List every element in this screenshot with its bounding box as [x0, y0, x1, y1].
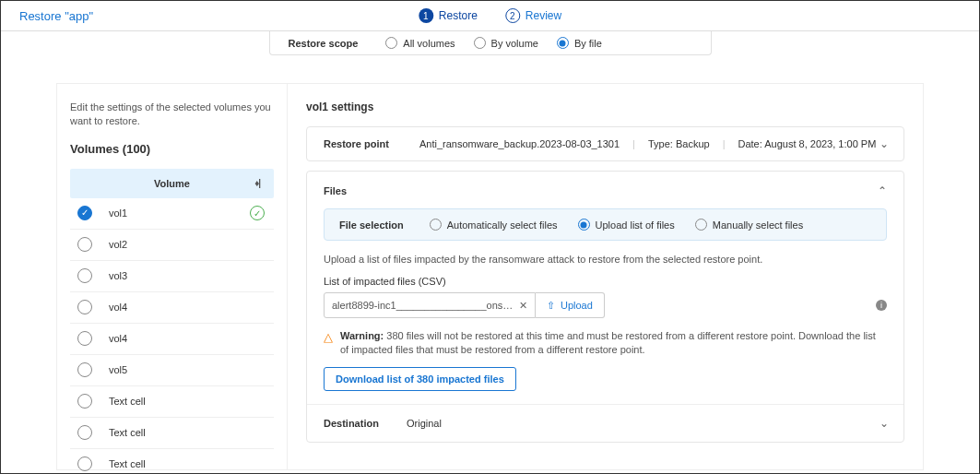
step-number-icon: 1	[419, 8, 433, 23]
file-sel-auto[interactable]: Automatically select files	[430, 219, 558, 231]
radio-icon	[474, 37, 486, 49]
top-bar: Restore "app" 1 Restore 2 Review	[1, 1, 979, 31]
restore-point-label: Restore point	[324, 138, 407, 149]
destination-panel[interactable]: Destination Original ⌄	[307, 404, 903, 442]
info-icon[interactable]: i	[876, 300, 887, 311]
chevron-up-icon[interactable]: ⌃	[878, 184, 887, 197]
restore-scope-bar: Restore scope All volumes By volume By f…	[269, 31, 712, 55]
radio-icon	[430, 219, 442, 231]
volume-row[interactable]: Text cell	[70, 449, 274, 474]
clear-icon[interactable]: ✕	[519, 300, 527, 312]
volumes-sidebar: Edit the settings of the selected volume…	[57, 84, 288, 469]
radio-icon	[385, 37, 397, 49]
upload-icon: ⇧	[547, 300, 555, 312]
step-restore[interactable]: 1 Restore	[419, 8, 478, 23]
download-impacted-button[interactable]: Download list of 380 impacted files	[324, 367, 516, 391]
volume-row-vol1[interactable]: vol1✓	[70, 198, 274, 230]
volumes-heading: Volumes (100)	[70, 142, 274, 156]
volumes-column-header[interactable]: Volume ♦ |	[70, 169, 274, 198]
csv-file-input[interactable]: alert8899-inc1________________ons… ✕	[324, 292, 536, 318]
step-label: Review	[525, 9, 561, 22]
step-label: Restore	[439, 9, 478, 22]
sidebar-description: Edit the settings of the selected volume…	[70, 101, 274, 129]
files-panel: Files ⌃ File selection Automatically sel…	[306, 171, 904, 443]
settings-panel: vol1 settings Restore point Anti_ransomw…	[288, 84, 923, 469]
volumes-list: vol1✓ vol2 vol3 vol4 vol4 vol5 Text cell…	[70, 198, 274, 474]
destination-value: Original	[407, 418, 442, 429]
scope-by-volume[interactable]: By volume	[474, 37, 538, 49]
step-number-icon: 2	[505, 8, 520, 23]
volume-row[interactable]: vol5	[70, 355, 274, 386]
destination-label: Destination	[324, 418, 407, 429]
radio-icon[interactable]	[77, 237, 92, 252]
upload-description: Upload a list of files impacted by the r…	[324, 254, 887, 265]
volume-row[interactable]: Text cell	[70, 418, 274, 449]
radio-icon	[578, 219, 590, 231]
scope-label: Restore scope	[289, 38, 359, 49]
volume-row[interactable]: vol4	[70, 324, 274, 355]
radio-icon[interactable]	[77, 394, 92, 409]
volume-row[interactable]: vol3	[70, 261, 274, 292]
upload-button[interactable]: ⇧ Upload	[536, 292, 605, 318]
radio-icon[interactable]	[77, 268, 92, 283]
volume-row[interactable]: vol2	[70, 230, 274, 261]
volume-row[interactable]: Text cell	[70, 386, 274, 418]
page-title: Restore "app"	[19, 9, 93, 23]
file-sel-manual[interactable]: Manually select files	[695, 219, 803, 231]
csv-field-label: List of impacted files (CSV)	[324, 276, 446, 287]
scope-by-file[interactable]: By file	[557, 37, 602, 49]
radio-icon[interactable]	[77, 300, 92, 314]
volume-row[interactable]: vol4	[70, 292, 274, 324]
restore-point-type: Type: Backup	[648, 138, 710, 149]
step-review[interactable]: 2 Review	[505, 8, 561, 23]
settings-title: vol1 settings	[306, 101, 904, 113]
check-icon: ✓	[250, 206, 265, 220]
chevron-down-icon[interactable]: ⌄	[880, 137, 889, 150]
chevron-down-icon[interactable]: ⌄	[880, 417, 889, 430]
restore-point-name: Anti_ransomware_backup.2023-08-03_1301	[419, 138, 620, 149]
radio-icon[interactable]	[77, 206, 92, 220]
main-content: Edit the settings of the selected volume…	[56, 83, 924, 470]
radio-icon[interactable]	[77, 331, 92, 346]
file-sel-upload[interactable]: Upload list of files	[578, 219, 675, 231]
file-selection-label: File selection	[339, 219, 404, 231]
file-name: alert8899-inc1________________ons…	[332, 300, 514, 311]
warning-message: △ Warning: 380 files will not be restore…	[324, 329, 887, 358]
sort-icon[interactable]: ♦ |	[254, 178, 259, 188]
file-selection-bar: File selection Automatically select file…	[324, 208, 887, 241]
wizard-steps: 1 Restore 2 Review	[419, 8, 561, 23]
restore-point-date: Date: August 8, 2023, 1:00 PM	[738, 138, 876, 149]
radio-icon	[557, 37, 569, 49]
scope-all-volumes[interactable]: All volumes	[385, 37, 455, 49]
radio-icon[interactable]	[77, 425, 92, 440]
radio-icon	[695, 219, 707, 231]
warning-icon: △	[324, 329, 333, 358]
files-title: Files	[324, 185, 347, 196]
radio-icon[interactable]	[77, 362, 92, 377]
restore-point-panel[interactable]: Restore point Anti_ransomware_backup.202…	[306, 126, 904, 161]
radio-icon[interactable]	[77, 456, 92, 471]
